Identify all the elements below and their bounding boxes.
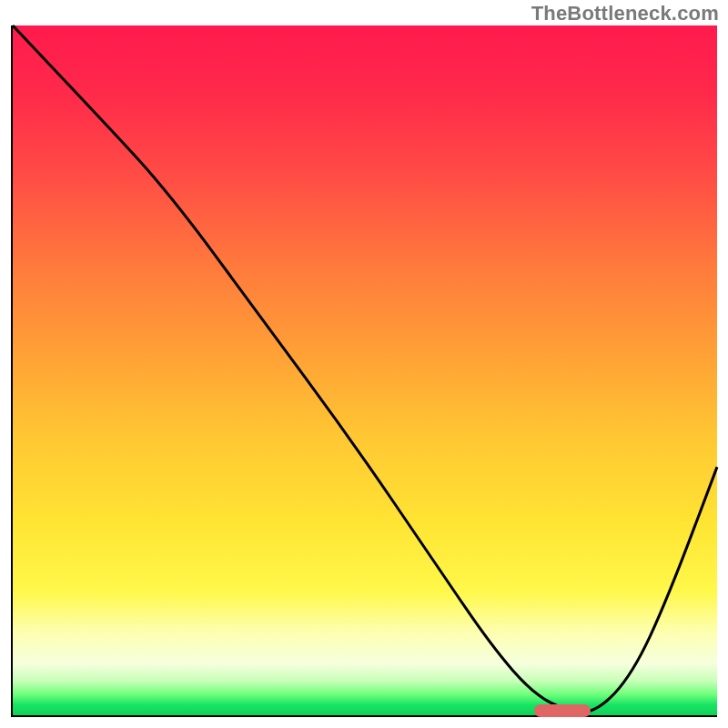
chart-stage: TheBottleneck.com	[0, 0, 728, 728]
x-axis-line	[11, 715, 717, 717]
curve-layer	[13, 25, 717, 715]
watermark-text: TheBottleneck.com	[531, 2, 719, 25]
optimal-range-marker	[534, 704, 591, 717]
bottleneck-curve-path	[13, 25, 717, 712]
